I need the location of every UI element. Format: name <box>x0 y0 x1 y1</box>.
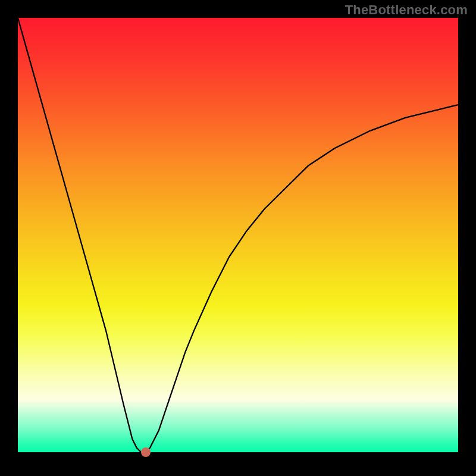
watermark-text: TheBottleneck.com <box>345 2 468 18</box>
plot-area <box>18 18 458 452</box>
vertex-dot <box>141 447 151 457</box>
chart-frame: TheBottleneck.com <box>0 0 476 476</box>
bottleneck-curve <box>18 18 458 452</box>
